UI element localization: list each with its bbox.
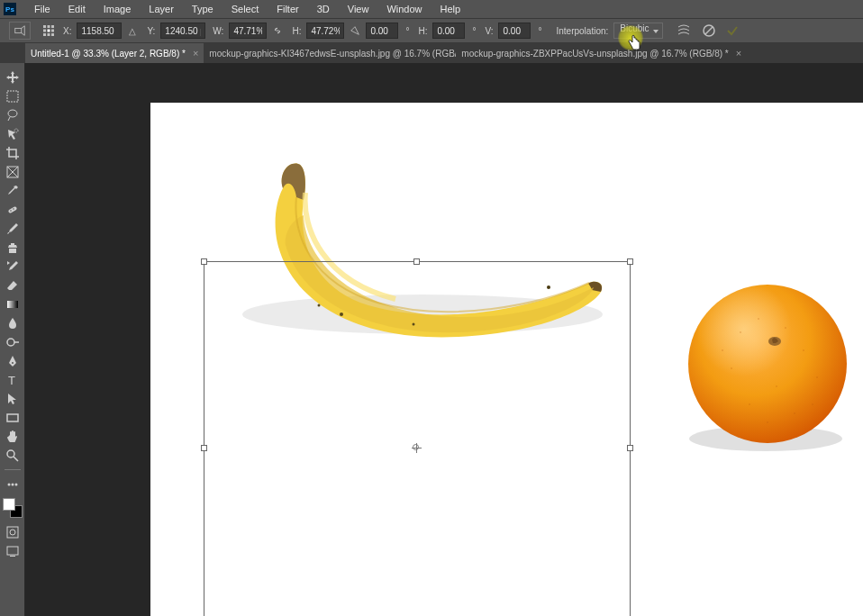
- path-select-tool-icon[interactable]: [3, 390, 23, 407]
- commit-transform-icon[interactable]: [724, 23, 740, 39]
- app-logo-icon: Ps: [4, 3, 16, 15]
- svg-point-42: [740, 331, 741, 333]
- document-tab[interactable]: Untitled-1 @ 33.3% (Layer 2, RGB/8) * ×: [25, 43, 204, 63]
- eraser-tool-icon[interactable]: [3, 276, 23, 294]
- frame-tool-icon[interactable]: [3, 163, 23, 180]
- cursor-icon: [627, 34, 641, 53]
- interp-label: Interpolation:: [556, 26, 608, 36]
- healing-tool-icon[interactable]: [3, 201, 23, 218]
- rotate-icon[interactable]: [348, 23, 362, 38]
- svg-rect-24: [7, 414, 18, 421]
- svg-text:T: T: [8, 374, 15, 387]
- menu-edit[interactable]: Edit: [59, 1, 95, 17]
- w-label: W:: [213, 26, 223, 36]
- warp-mode-icon[interactable]: [676, 23, 692, 39]
- history-brush-tool-icon[interactable]: [3, 258, 23, 275]
- menu-window[interactable]: Window: [377, 1, 431, 17]
- tool-preset-picker[interactable]: [9, 22, 31, 40]
- cancel-transform-icon[interactable]: [701, 23, 717, 39]
- skew-h-label: H:: [418, 26, 427, 36]
- svg-point-29: [14, 483, 17, 485]
- tab-title: mockup-graphics-KI3467edwsE-unsplash.jpg…: [209, 49, 465, 59]
- w-input[interactable]: [229, 23, 267, 39]
- gradient-tool-icon[interactable]: [3, 295, 23, 313]
- color-swatches[interactable]: [3, 498, 23, 518]
- pen-tool-icon[interactable]: [3, 352, 23, 369]
- marquee-tool-icon[interactable]: [3, 87, 23, 104]
- edit-toolbar-icon[interactable]: [3, 476, 23, 493]
- blur-tool-icon[interactable]: [3, 314, 23, 331]
- x-input[interactable]: [77, 23, 122, 39]
- skew-h-input[interactable]: [432, 23, 465, 39]
- svg-rect-4: [43, 30, 46, 32]
- svg-point-41: [688, 285, 847, 443]
- svg-point-13: [14, 129, 18, 132]
- svg-point-31: [10, 530, 15, 535]
- type-tool-icon[interactable]: T: [3, 371, 23, 388]
- svg-line-11: [705, 27, 713, 34]
- svg-point-37: [413, 323, 415, 326]
- menu-layer[interactable]: Layer: [140, 1, 183, 17]
- link-icon[interactable]: [270, 23, 285, 38]
- menu-filter[interactable]: Filter: [268, 1, 307, 17]
- svg-point-51: [722, 349, 723, 351]
- foreground-color-swatch[interactable]: [3, 498, 15, 511]
- hand-tool-icon[interactable]: [3, 428, 23, 445]
- quick-select-tool-icon[interactable]: [3, 125, 23, 142]
- svg-line-26: [14, 457, 18, 461]
- svg-rect-32: [7, 547, 18, 555]
- menu-image[interactable]: Image: [95, 1, 141, 17]
- document-tab[interactable]: mockup-graphics-ZBXPPacUsVs-unsplash.jpg…: [456, 43, 708, 63]
- skew-v-label: V:: [485, 26, 493, 36]
- quickmask-icon[interactable]: [3, 523, 23, 540]
- crop-tool-icon[interactable]: [3, 144, 23, 161]
- menu-type[interactable]: Type: [183, 1, 223, 17]
- svg-rect-8: [48, 33, 50, 36]
- rectangle-tool-icon[interactable]: [3, 409, 23, 426]
- menu-bar: Ps File Edit Image Layer Type Select Fil…: [0, 0, 863, 18]
- svg-rect-20: [7, 301, 18, 308]
- tools-panel: T: [0, 63, 25, 616]
- menu-file[interactable]: File: [25, 1, 59, 17]
- svg-point-53: [812, 403, 813, 405]
- skew-v-input[interactable]: [498, 23, 531, 39]
- svg-point-19: [13, 208, 14, 210]
- svg-point-45: [803, 349, 804, 351]
- svg-point-43: [758, 318, 759, 320]
- document-tab[interactable]: mockup-graphics-KI3467edwsE-unsplash.jpg…: [204, 43, 456, 63]
- svg-rect-30: [7, 527, 18, 538]
- menu-select[interactable]: Select: [223, 1, 268, 17]
- menu-view[interactable]: View: [339, 1, 378, 17]
- menu-3d[interactable]: 3D: [308, 1, 339, 17]
- svg-rect-5: [48, 30, 50, 32]
- document-canvas[interactable]: [150, 103, 863, 616]
- deg1: °: [405, 26, 409, 36]
- menu-help[interactable]: Help: [432, 1, 470, 17]
- brush-tool-icon[interactable]: [3, 220, 23, 237]
- reference-point-icon[interactable]: [41, 23, 56, 38]
- y-input[interactable]: [160, 23, 205, 39]
- delta-icon[interactable]: △: [125, 23, 140, 38]
- svg-point-28: [11, 483, 14, 485]
- deg2: °: [472, 26, 476, 36]
- dodge-tool-icon[interactable]: [3, 333, 23, 350]
- eyedropper-tool-icon[interactable]: [3, 182, 23, 199]
- canvas-area[interactable]: [25, 63, 863, 616]
- move-tool-icon[interactable]: [3, 68, 23, 86]
- h-input[interactable]: [306, 23, 344, 39]
- orange-image: [677, 278, 858, 458]
- svg-rect-9: [51, 33, 54, 36]
- rotation-input[interactable]: [366, 23, 398, 39]
- x-label: X:: [63, 26, 71, 36]
- screenmode-icon[interactable]: [3, 542, 23, 559]
- lasso-tool-icon[interactable]: [3, 106, 23, 123]
- clone-tool-icon[interactable]: [3, 239, 23, 256]
- tab-close-icon[interactable]: ×: [193, 48, 198, 59]
- deg3: °: [538, 26, 541, 36]
- zoom-tool-icon[interactable]: [3, 447, 23, 464]
- svg-point-38: [547, 285, 550, 289]
- svg-rect-17: [7, 205, 17, 213]
- tab-close-icon[interactable]: ×: [736, 48, 741, 59]
- svg-point-21: [7, 339, 14, 346]
- h-label: H:: [292, 26, 301, 36]
